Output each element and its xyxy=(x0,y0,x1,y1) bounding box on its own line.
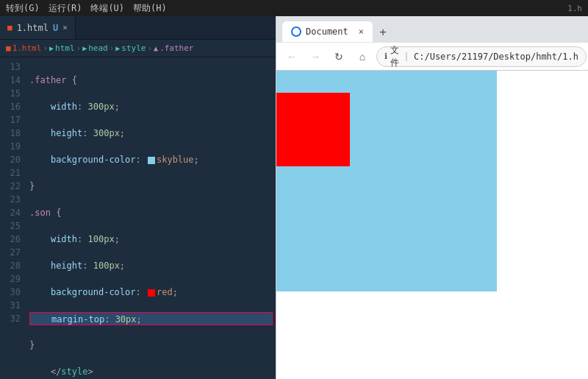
bc-style-tag-icon: ▶ xyxy=(115,44,120,52)
info-icon: ℹ xyxy=(384,52,387,61)
menu-bar: 转到(G) 运行(R) 终端(U) 帮助(H) 1.h xyxy=(0,0,588,16)
code-area: 1314151617 1819202122 2324252627 2829303… xyxy=(0,57,276,379)
menu-terminal[interactable]: 终端(U) xyxy=(90,2,124,15)
browser-nav: ← → ↻ ⌂ ℹ 文件 ｜ C:/Users/21197/Desktop/hm… xyxy=(276,43,588,71)
bc-sep2: › xyxy=(76,43,82,53)
browser-panel: Document × + ← → ↻ ⌂ ℹ 文件 ｜ C:/Users/211… xyxy=(276,16,588,379)
favicon-icon xyxy=(291,26,301,37)
line-16: background-color: skyblue; xyxy=(29,153,273,166)
bc-sep1: › xyxy=(43,43,48,53)
bc-style-tag: ▶ style xyxy=(115,43,146,53)
forward-button[interactable]: → xyxy=(306,47,325,66)
line-numbers: 1314151617 1819202122 2324252627 2829303… xyxy=(0,57,26,379)
editor-tab-html[interactable]: ■ 1.html U × xyxy=(0,16,76,39)
tab-filename: 1.html xyxy=(17,23,49,33)
unsaved-icon: U xyxy=(53,23,58,33)
tab-close-button[interactable]: × xyxy=(62,23,68,32)
menu-run[interactable]: 运行(R) xyxy=(49,2,82,15)
line-24: </style> xyxy=(29,365,273,378)
line-21: background-color: red; xyxy=(29,286,273,299)
new-tab-button[interactable]: + xyxy=(373,21,393,42)
reload-button[interactable]: ↻ xyxy=(329,47,348,66)
son-div-render xyxy=(276,93,350,166)
browser-tab-close[interactable]: × xyxy=(359,26,364,37)
home-button[interactable]: ⌂ xyxy=(353,47,372,66)
father-div-render xyxy=(276,71,497,291)
menu-help[interactable]: 帮助(H) xyxy=(133,2,167,15)
editor-panel: ■ 1.html U × ■ 1.html › ▶ html › ▶ head … xyxy=(0,16,276,379)
render-area xyxy=(276,71,588,379)
line-20: height: 100px; xyxy=(29,259,273,272)
editor-tab-bar: ■ 1.html U × xyxy=(0,16,276,40)
line-14: width: 300px; xyxy=(29,100,273,113)
line-15: height: 300px; xyxy=(29,127,273,140)
bc-html-icon: ■ xyxy=(6,43,11,53)
line-18: .son { xyxy=(29,206,273,219)
browser-tab-title: Document xyxy=(306,26,348,37)
browser-tab-bar: Document × + xyxy=(276,16,588,43)
line-17: } xyxy=(29,180,273,193)
browser-chrome: Document × + ← → ↻ ⌂ ℹ 文件 ｜ C:/Users/211… xyxy=(276,16,588,71)
browser-viewport xyxy=(276,71,588,379)
bc-head-tag-icon: ▶ xyxy=(82,44,87,52)
line-22: margin-top: 30px; xyxy=(29,312,273,325)
back-button[interactable]: ← xyxy=(282,47,301,66)
line-23: } xyxy=(29,339,273,352)
line-13: .father { xyxy=(29,74,273,87)
html-file-icon: ■ xyxy=(7,23,12,32)
bc-sep3: › xyxy=(110,43,115,53)
url-separator: ｜ xyxy=(402,50,411,63)
breadcrumb: ■ 1.html › ▶ html › ▶ head › ▶ style › ▲… xyxy=(0,40,276,57)
window-hint: 1.h xyxy=(567,4,582,13)
bc-sep4: › xyxy=(147,43,152,53)
url-path: C:/Users/21197/Desktop/hmht/1.h xyxy=(414,52,578,62)
browser-tab-document[interactable]: Document × xyxy=(282,21,373,42)
bc-html-tag: ▶ html xyxy=(49,43,75,53)
code-content: .father { width: 300px; height: 300px; b… xyxy=(26,57,276,379)
bc-father-class: ▲ .father xyxy=(154,43,193,53)
bc-html-tag-icon: ▶ xyxy=(49,44,54,52)
bc-filename: 1.html xyxy=(12,43,42,53)
bc-file: ■ 1.html xyxy=(6,43,41,53)
main-area: ■ 1.html U × ■ 1.html › ▶ html › ▶ head … xyxy=(0,16,588,379)
url-protocol: 文件 xyxy=(390,44,399,69)
bc-head-tag: ▶ head xyxy=(82,43,108,53)
address-bar[interactable]: ℹ 文件 ｜ C:/Users/21197/Desktop/hmht/1.h xyxy=(376,46,587,67)
line-19: width: 100px; xyxy=(29,233,273,246)
bc-class-icon: ▲ xyxy=(154,44,158,52)
menu-goto[interactable]: 转到(G) xyxy=(6,2,40,15)
